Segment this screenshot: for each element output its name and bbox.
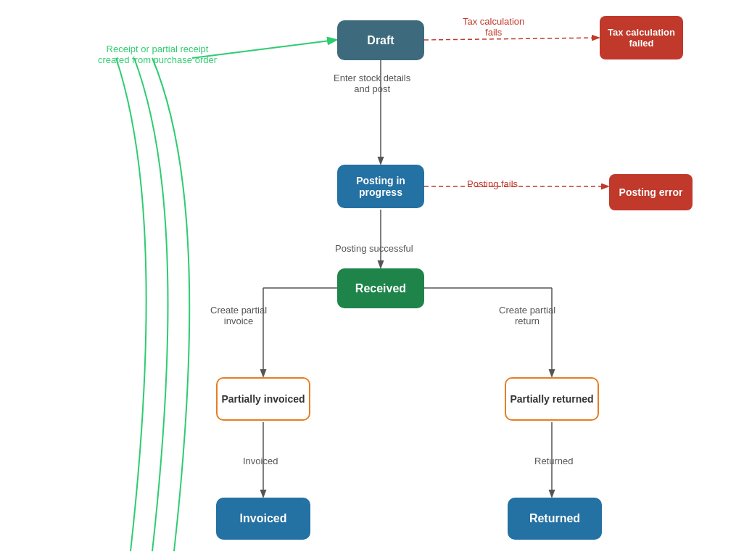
posting-error-label: Posting error: [619, 186, 683, 198]
tax-calculation-failed-node: Tax calculation failed: [600, 16, 683, 59]
invoiced-node: Invoiced: [216, 498, 310, 540]
partially-invoiced-label: Partially invoiced: [221, 393, 305, 405]
posting-error-node: Posting error: [609, 174, 693, 210]
posting-progress-label: Posting in progress: [337, 175, 424, 198]
posting-successful-label: Posting successful: [335, 243, 413, 254]
received-label: Received: [355, 282, 406, 295]
returned-transition-label: Returned: [534, 456, 573, 466]
tax-calc-fails-label: Tax calculationfails: [463, 16, 524, 38]
partially-returned-label: Partially returned: [510, 393, 593, 405]
enter-stock-label: Enter stock detailsand post: [334, 73, 410, 94]
posting-in-progress-node: Posting in progress: [337, 165, 424, 208]
create-partial-return-label: Create partialreturn: [499, 305, 555, 326]
draft-label: Draft: [367, 34, 394, 47]
partially-invoiced-node: Partially invoiced: [216, 377, 310, 421]
receipt-label: Receipt or partial receiptcreated from p…: [98, 44, 217, 65]
tax-failed-label: Tax calculation failed: [600, 27, 683, 49]
invoiced-transition-label: Invoiced: [243, 456, 278, 466]
create-partial-invoice-label: Create partialinvoice: [210, 305, 267, 326]
returned-label: Returned: [529, 512, 580, 525]
partially-returned-node: Partially returned: [505, 377, 599, 421]
draft-node: Draft: [337, 20, 424, 60]
svg-line-9: [424, 38, 598, 40]
posting-fails-label: Posting fails: [467, 178, 518, 189]
returned-node: Returned: [508, 498, 602, 540]
received-node: Received: [337, 268, 424, 308]
invoiced-label: Invoiced: [240, 512, 287, 525]
